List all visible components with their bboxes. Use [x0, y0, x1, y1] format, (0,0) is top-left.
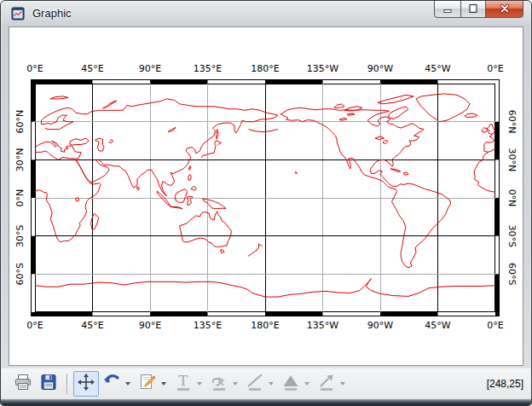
world-map-plot: 0°E0°E45°E45°E90°E90°E135°E135°E180°E180… — [9, 27, 523, 365]
svg-text:135°W: 135°W — [307, 320, 338, 331]
maximize-button[interactable] — [460, 0, 486, 18]
annotate-menu-caret[interactable] — [161, 382, 166, 386]
polygon-menu-caret — [304, 382, 309, 386]
svg-text:180°E: 180°E — [251, 63, 279, 74]
pan-arrows-icon — [76, 372, 96, 396]
svg-text:135°E: 135°E — [194, 320, 222, 331]
window-title: Graphic — [32, 7, 72, 20]
minimize-icon — [442, 2, 453, 17]
svg-text:135°W: 135°W — [307, 63, 338, 74]
svg-text:60°N: 60°N — [14, 110, 26, 134]
freeform-select-icon — [209, 372, 229, 396]
svg-text:180°E: 180°E — [251, 320, 279, 331]
titlebar[interactable]: Graphic — [1, 1, 531, 26]
window-bottom-edge — [1, 399, 531, 405]
svg-text:0°E: 0°E — [26, 63, 43, 74]
svg-text:90°E: 90°E — [139, 63, 161, 74]
svg-text:60°S: 60°S — [506, 263, 518, 285]
line-menu-caret — [269, 382, 274, 386]
svg-text:0°N: 0°N — [14, 189, 26, 207]
svg-text:45°W: 45°W — [425, 63, 450, 74]
graphic-window: Graphic 0°E0°E45°E45°E90°E90°E135°E135°E… — [0, 0, 532, 406]
save-icon — [38, 372, 59, 396]
svg-text:45°W: 45°W — [425, 320, 450, 331]
svg-text:60°N: 60°N — [506, 110, 518, 134]
text-button: T — [171, 371, 196, 397]
print-button[interactable] — [10, 371, 36, 397]
line-button — [242, 371, 268, 397]
arrow-tool-icon — [316, 372, 337, 396]
minimize-button[interactable] — [434, 0, 461, 18]
svg-text:90°W: 90°W — [367, 320, 393, 331]
svg-text:30°S: 30°S — [506, 224, 518, 246]
svg-text:30°N: 30°N — [506, 148, 518, 171]
svg-text:60°S: 60°S — [14, 263, 26, 285]
undo-menu-caret[interactable] — [125, 382, 130, 386]
pan-button[interactable] — [73, 371, 99, 397]
svg-text:135°E: 135°E — [194, 63, 222, 74]
svg-text:0°E: 0°E — [26, 320, 43, 331]
svg-text:30°S: 30°S — [14, 224, 26, 246]
text-tool-icon: T — [173, 372, 194, 396]
svg-text:45°E: 45°E — [81, 63, 103, 74]
svg-text:90°W: 90°W — [367, 63, 393, 74]
svg-text:90°E: 90°E — [139, 320, 161, 331]
svg-text:30°N: 30°N — [14, 148, 26, 171]
polygon-tool-icon — [280, 372, 301, 396]
arrow-menu-caret — [340, 382, 345, 386]
arrow-button — [314, 371, 339, 397]
svg-text:0°N: 0°N — [506, 189, 518, 207]
save-button[interactable] — [36, 371, 61, 397]
maximize-icon — [468, 2, 478, 17]
printer-icon — [13, 372, 33, 396]
polygon-button — [278, 371, 304, 397]
toolbar: T[248,25] — [2, 368, 532, 399]
graphic-window-icon — [11, 7, 25, 20]
svg-text:0°E: 0°E — [487, 320, 503, 331]
svg-text:45°E: 45°E — [81, 320, 103, 331]
undo-button[interactable] — [99, 371, 124, 397]
cursor-coordinates: [248,25] — [487, 378, 523, 390]
undo-icon — [101, 372, 122, 396]
svg-text:T: T — [178, 372, 188, 389]
annotate-button[interactable] — [135, 371, 160, 397]
close-icon — [499, 2, 511, 17]
pencil-annotate-icon — [137, 372, 158, 396]
line-tool-icon — [245, 372, 265, 396]
window-controls — [435, 0, 523, 18]
toolbar-separator — [66, 374, 68, 394]
graphic-canvas[interactable]: 0°E0°E45°E45°E90°E90°E135°E135°E180°E180… — [9, 26, 523, 366]
svg-text:0°E: 0°E — [487, 63, 503, 74]
text-menu-caret — [197, 382, 202, 386]
close-button[interactable] — [485, 0, 523, 18]
freeform-menu-caret — [233, 382, 238, 386]
freeform-button — [206, 371, 232, 397]
